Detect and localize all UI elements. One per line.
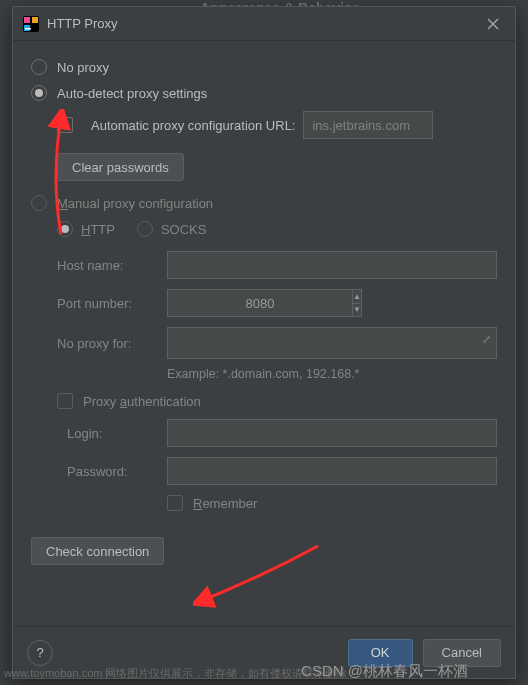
auto-detect-label: Auto-detect proxy settings	[57, 86, 207, 101]
help-icon: ?	[36, 645, 43, 660]
port-number-field: ▲ ▼	[167, 289, 297, 317]
auto-url-row: Automatic proxy configuration URL:	[57, 111, 497, 139]
no-proxy-for-input[interactable]	[167, 327, 497, 359]
proxy-auth-option[interactable]: Proxy authentication	[57, 393, 497, 409]
password-label: Password:	[67, 464, 167, 479]
clear-passwords-button[interactable]: Clear passwords	[57, 153, 184, 181]
checkbox-icon	[167, 495, 183, 511]
expand-icon[interactable]: ⤢	[482, 333, 491, 346]
svg-rect-1	[24, 17, 30, 23]
dialog-title: HTTP Proxy	[47, 16, 118, 31]
svg-rect-5	[25, 28, 31, 30]
auto-url-input[interactable]	[303, 111, 433, 139]
remember-option[interactable]: Remember	[167, 495, 497, 511]
proxy-auth-label: Proxy authentication	[83, 394, 201, 409]
radio-icon	[31, 195, 47, 211]
close-button[interactable]	[481, 12, 505, 36]
app-icon	[23, 16, 39, 32]
radio-selected-icon	[57, 221, 73, 237]
http-label: HTTP	[81, 222, 115, 237]
no-proxy-for-label: No proxy for:	[57, 336, 167, 351]
auto-detect-option[interactable]: Auto-detect proxy settings	[31, 85, 497, 101]
password-input[interactable]	[167, 457, 497, 485]
login-label: Login:	[67, 426, 167, 441]
port-number-input[interactable]	[167, 289, 353, 317]
radio-icon	[31, 59, 47, 75]
port-step-up[interactable]: ▲	[353, 290, 361, 304]
close-icon	[487, 18, 499, 30]
login-input[interactable]	[167, 419, 497, 447]
svg-rect-2	[32, 17, 38, 23]
radio-selected-icon	[31, 85, 47, 101]
host-name-label: Host name:	[57, 258, 167, 273]
dialog-content: No proxy Auto-detect proxy settings Auto…	[13, 41, 515, 626]
no-proxy-label: No proxy	[57, 60, 109, 75]
example-text: Example: *.domain.com, 192.168.*	[167, 367, 497, 381]
auto-url-checkbox[interactable]	[57, 117, 73, 133]
watermark-right: CSDN @桃林春风一杯酒	[301, 662, 468, 681]
remember-label: Remember	[193, 496, 257, 511]
manual-proxy-label: Manual proxy configuration	[57, 196, 213, 211]
watermark-left: www.toymoban.com 网络图片仅供展示，非存储，如有侵权请联系删除	[4, 666, 347, 681]
help-button[interactable]: ?	[27, 640, 53, 666]
http-option[interactable]: HTTP	[57, 221, 115, 237]
port-step-down[interactable]: ▼	[353, 304, 361, 317]
checkbox-icon	[57, 393, 73, 409]
http-proxy-dialog: HTTP Proxy No proxy Auto-detect proxy se…	[12, 6, 516, 679]
radio-icon	[137, 221, 153, 237]
host-name-input[interactable]	[167, 251, 497, 279]
auto-url-label: Automatic proxy configuration URL:	[91, 118, 295, 133]
check-connection-button[interactable]: Check connection	[31, 537, 164, 565]
manual-proxy-option[interactable]: Manual proxy configuration	[31, 195, 497, 211]
port-number-label: Port number:	[57, 296, 167, 311]
no-proxy-option[interactable]: No proxy	[31, 59, 497, 75]
socks-option[interactable]: SOCKS	[137, 221, 207, 237]
titlebar: HTTP Proxy	[13, 7, 515, 41]
socks-label: SOCKS	[161, 222, 207, 237]
